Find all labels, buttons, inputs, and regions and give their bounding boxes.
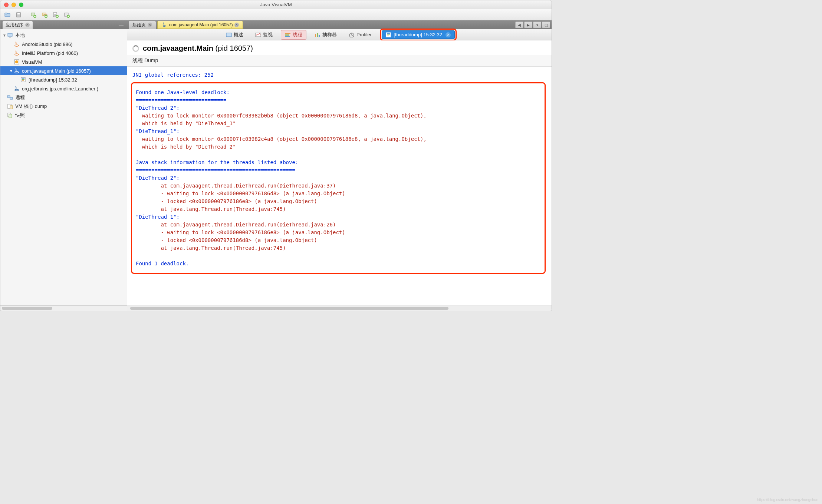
body: 应用程序 ✕ ▼ 本地 AndroidStudio (pid 986) xyxy=(0,20,552,311)
content-area: com.javaagent.Main (pid 16057) 线程 Dump J… xyxy=(127,40,552,311)
titlebar: Java VisualVM xyxy=(0,0,552,9)
tree-node-app[interactable]: VisualVM xyxy=(0,57,127,66)
java-icon xyxy=(161,22,167,28)
app-window: Java VisualVM JMX 01 应用程序 ✕ xyxy=(0,0,552,311)
tab-nav: ◀ ▶ ▾ ▢ xyxy=(515,21,550,28)
tree-label: org.jetbrains.jps.cmdline.Launcher ( xyxy=(22,86,98,92)
nav-max-button[interactable]: ▢ xyxy=(542,21,550,28)
svg-point-17 xyxy=(15,45,19,46)
subtab-label: 概述 xyxy=(234,32,243,38)
subtab-label: Profiler xyxy=(356,32,372,37)
add-coredump-button[interactable]: 01 xyxy=(51,11,60,19)
heading-text: com.javaagent.Main (pid 16057) xyxy=(143,44,253,53)
subtab-monitor[interactable]: 监视 xyxy=(251,30,276,39)
tree-node-coredump[interactable]: VM 核心 dump xyxy=(0,102,127,111)
content-scrollbar[interactable] xyxy=(127,305,552,311)
svg-rect-35 xyxy=(256,33,261,37)
expand-toggle[interactable]: ▼ xyxy=(9,69,14,73)
tree-label: VM 核心 dump xyxy=(15,103,47,110)
add-snapshot-button[interactable] xyxy=(62,11,72,19)
close-icon[interactable]: ✕ xyxy=(445,32,451,37)
sidebar-tab-applications[interactable]: 应用程序 ✕ xyxy=(3,21,33,29)
zoom-window-button[interactable] xyxy=(19,3,23,7)
jmx-plus-icon: JMX xyxy=(42,12,47,18)
svg-rect-40 xyxy=(317,33,318,37)
monitor-icon xyxy=(255,32,261,37)
subtab-sampler[interactable]: 抽样器 xyxy=(311,30,341,39)
tree-node-snapshots[interactable]: 快照 xyxy=(0,111,127,120)
expand-toggle[interactable]: ▼ xyxy=(2,33,7,37)
tree-node-local[interactable]: ▼ 本地 xyxy=(0,31,127,40)
svg-rect-38 xyxy=(285,36,290,37)
save-icon xyxy=(16,12,22,18)
tree-label: IntelliJ Platform (pid 4060) xyxy=(22,50,78,56)
tab-label: 起始页 xyxy=(132,22,146,28)
subtab-profiler[interactable]: Profiler xyxy=(345,31,375,39)
sidebar: 应用程序 ✕ ▼ 本地 AndroidStudio (pid 986) xyxy=(0,20,127,311)
svg-rect-39 xyxy=(315,34,316,37)
window-controls xyxy=(0,3,23,7)
loading-spinner-icon xyxy=(132,45,139,52)
nav-next-button[interactable]: ▶ xyxy=(524,21,532,28)
svg-rect-34 xyxy=(226,33,231,37)
subtab-overview[interactable]: 概述 xyxy=(222,30,247,39)
svg-rect-28 xyxy=(10,97,13,99)
tree-node-app[interactable]: IntelliJ Platform (pid 4060) xyxy=(0,49,127,57)
close-icon[interactable]: ✕ xyxy=(148,23,152,27)
tree-node-app[interactable]: org.jetbrains.jps.cmdline.Launcher ( xyxy=(0,84,127,93)
coredump-icon xyxy=(7,103,13,109)
threaddump-icon xyxy=(386,32,392,37)
save-button[interactable] xyxy=(14,11,23,19)
annotation-highlight-box: Found one Java-level deadlock: =========… xyxy=(131,82,546,274)
svg-rect-32 xyxy=(9,114,12,118)
tree-label: AndroidStudio (pid 986) xyxy=(22,42,73,47)
java-icon xyxy=(14,50,20,56)
annotation-highlight: [threaddump] 15:32:32 ✕ xyxy=(380,29,457,41)
sidebar-scrollbar[interactable] xyxy=(0,305,127,311)
tab-start-page[interactable]: 起始页 ✕ xyxy=(129,21,156,29)
subtab-label: 线程 xyxy=(293,32,302,38)
tree-node-threaddump[interactable]: [threaddump] 15:32:32 xyxy=(0,75,127,84)
tree-node-app-selected[interactable]: ▼ com.javaagent.Main (pid 16057) xyxy=(0,66,127,75)
svg-rect-16 xyxy=(9,37,11,37)
nav-list-button[interactable]: ▾ xyxy=(533,21,541,28)
add-jmx-button[interactable]: JMX xyxy=(40,11,49,19)
snapshot-icon xyxy=(7,112,13,118)
tree-node-remote[interactable]: 远程 xyxy=(0,93,127,102)
applications-tree[interactable]: ▼ 本地 AndroidStudio (pid 986) IntelliJ Pl… xyxy=(0,29,127,305)
nav-prev-button[interactable]: ◀ xyxy=(515,21,523,28)
minimize-panel-button[interactable] xyxy=(118,22,125,28)
sampler-icon xyxy=(315,32,320,37)
add-host-button[interactable] xyxy=(29,11,38,19)
tree-label: [threaddump] 15:32:32 xyxy=(29,77,77,83)
dump-scroll-area[interactable]: JNI global references: 252 Found one Jav… xyxy=(127,67,552,305)
host-plus-icon xyxy=(30,12,36,18)
close-icon[interactable]: ✕ xyxy=(25,23,30,27)
tree-node-app[interactable]: AndroidStudio (pid 986) xyxy=(0,40,127,49)
svg-rect-45 xyxy=(387,34,390,35)
folder-open-icon xyxy=(4,12,10,18)
subtab-threaddump[interactable]: [threaddump] 15:32:32 ✕ xyxy=(382,30,455,39)
profiler-icon xyxy=(349,32,355,37)
minimize-icon xyxy=(119,23,124,27)
java-icon xyxy=(14,86,20,92)
close-icon[interactable]: ✕ xyxy=(234,23,239,27)
tree-label: 本地 xyxy=(15,32,25,39)
svg-point-26 xyxy=(15,89,19,91)
snapshot-plus-icon xyxy=(64,12,70,18)
open-file-button[interactable] xyxy=(3,11,12,19)
threads-icon xyxy=(285,32,291,37)
close-window-button[interactable] xyxy=(4,3,9,7)
coredump-plus-icon: 01 xyxy=(53,12,59,18)
tree-label: 快照 xyxy=(15,112,25,119)
subtab-label: 抽样器 xyxy=(322,32,337,38)
svg-point-20 xyxy=(15,60,18,63)
svg-point-18 xyxy=(15,54,19,55)
svg-rect-1 xyxy=(5,13,7,14)
svg-rect-36 xyxy=(285,33,290,34)
tab-app[interactable]: com javaagent Main (pid 16057) ✕ xyxy=(157,21,243,29)
visualvm-icon xyxy=(14,59,20,65)
subtab-label: 监视 xyxy=(263,32,273,38)
minimize-window-button[interactable] xyxy=(11,3,16,7)
subtab-threads[interactable]: 线程 xyxy=(281,30,306,40)
